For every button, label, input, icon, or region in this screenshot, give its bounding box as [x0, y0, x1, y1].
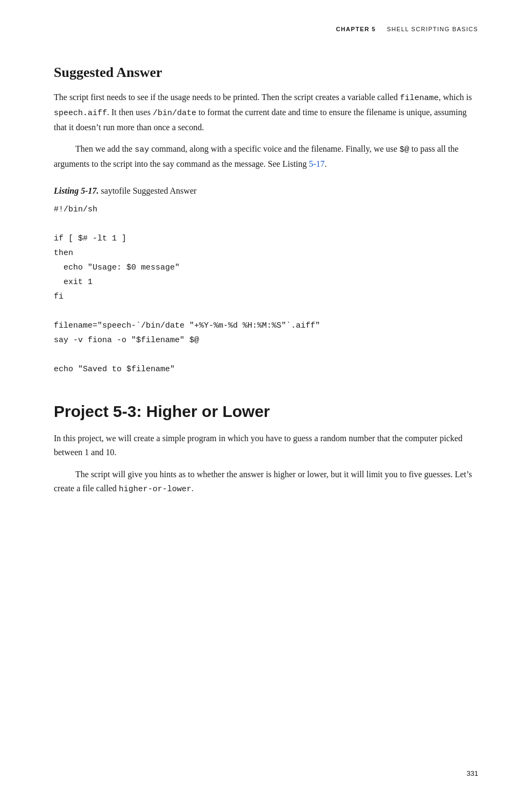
listing-517-container: Listing 5-17. saytofile Suggested Answer… [54, 186, 478, 377]
listing-ref-5-17[interactable]: 5-17 [309, 159, 324, 168]
project-53-para2: The script will give you hints as to whe… [54, 468, 478, 497]
inline-dollar-at: $@ [400, 145, 409, 154]
listing-517-code: #!/bin/sh if [ $# -lt 1 ] then echo "Usa… [54, 202, 478, 377]
inline-speech-aiff: speech.aiff [54, 109, 107, 118]
project-53-heading: Project 5-3: Higher or Lower [54, 402, 478, 421]
page-number: 331 [466, 769, 478, 777]
suggested-answer-para1: The script first needs to see if the usa… [54, 90, 478, 134]
inline-bin-date: /bin/date [153, 109, 196, 118]
page: CHAPTER 5 SHELL SCRIPTING BASICS Suggest… [0, 0, 532, 807]
inline-filename: filename [400, 94, 438, 103]
header-title: SHELL SCRIPTING BASICS [387, 26, 478, 32]
page-header: CHAPTER 5 SHELL SCRIPTING BASICS [336, 26, 478, 32]
listing-517-caption: saytofile Suggested Answer [99, 186, 197, 195]
suggested-answer-section: Suggested Answer The script first needs … [54, 65, 478, 171]
inline-higher-or-lower: higher-or-lower [119, 485, 191, 494]
inline-say: say [134, 145, 149, 154]
suggested-answer-para2: Then we add the say command, along with … [54, 142, 478, 171]
listing-517-label: Listing 5-17. saytofile Suggested Answer [54, 186, 478, 196]
project-53-section: Project 5-3: Higher or Lower In this pro… [54, 402, 478, 497]
project-53-para1: In this project, we will create a simple… [54, 431, 478, 460]
suggested-answer-heading: Suggested Answer [54, 65, 478, 81]
header-chapter: CHAPTER 5 [336, 26, 376, 32]
